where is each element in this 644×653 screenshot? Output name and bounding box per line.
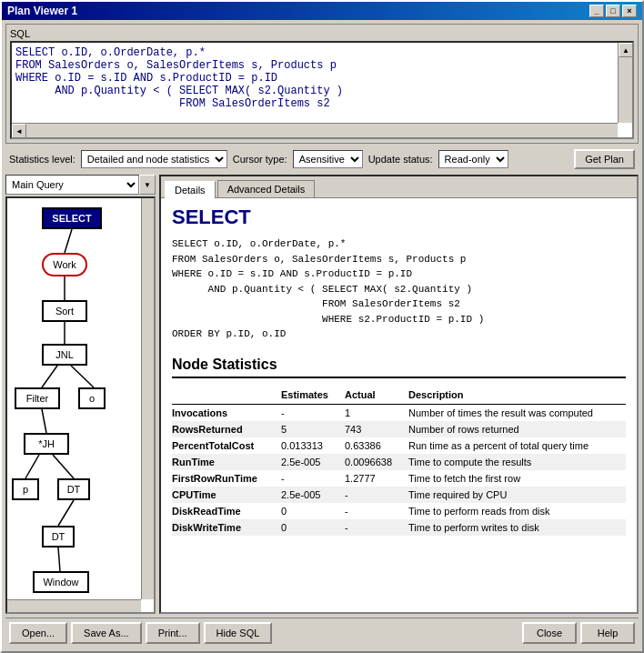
node-jnl[interactable]: JNL (42, 344, 87, 366)
stat-description: Number of times the result was computed (408, 404, 626, 421)
node-filter[interactable]: Filter (15, 387, 60, 409)
table-row: FirstRowRunTime - 1.2777 Time to fetch t… (172, 470, 626, 487)
sql-textarea-wrapper: SELECT o.ID, o.OrderDate, p.* FROM Sales… (10, 41, 634, 139)
sql-scrollbar-horizontal[interactable]: ◄ (12, 123, 618, 137)
tab-advanced-details[interactable]: Advanced Details (217, 180, 316, 197)
query-dropdown-button[interactable]: ▼ (139, 175, 156, 195)
node-dt2[interactable]: DT (42, 526, 75, 548)
node-sort[interactable]: Sort (42, 300, 87, 322)
node-work[interactable]: Work (42, 253, 87, 276)
bottom-right-buttons: Close Help (522, 622, 635, 644)
col-header-description: Description (408, 387, 626, 405)
stat-actual: 1 (345, 404, 408, 421)
save-as-button[interactable]: Save As... (71, 622, 142, 644)
hide-sql-button[interactable]: Hide SQL (204, 622, 273, 644)
stat-actual: 0.63386 (345, 437, 408, 454)
stat-estimates: 2.5e-005 (281, 487, 345, 503)
plan-viewer-window: Plan Viewer 1 _ □ × SQL SELECT o.ID, o.O… (0, 0, 644, 653)
stat-description: Time to perform writes to disk (408, 519, 626, 536)
scroll-up-button[interactable]: ▲ (619, 43, 633, 57)
stat-estimates: 0 (281, 519, 345, 536)
tabs-row: Details Advanced Details (161, 176, 637, 198)
node-select[interactable]: SELECT (42, 207, 102, 229)
col-header-actual: Actual (345, 387, 408, 405)
sql-label: SQL (10, 28, 634, 39)
table-row: CPUTime 2.5e-005 - Time required by CPU (172, 487, 626, 503)
svg-line-5 (42, 409, 46, 433)
table-row: PercentTotalCost 0.013313 0.63386 Run ti… (172, 437, 626, 454)
stat-description: Time to compute the results (408, 454, 626, 470)
maximize-button[interactable]: □ (606, 5, 620, 17)
right-panel: Details Advanced Details SELECT SELECT o… (159, 175, 639, 614)
stat-estimates: 0 (281, 503, 345, 519)
window-body: SQL SELECT o.ID, o.OrderDate, p.* FROM S… (2, 20, 642, 651)
stat-actual: 0.0096638 (345, 454, 408, 470)
sql-section: SQL SELECT o.ID, o.OrderDate, p.* FROM S… (5, 24, 639, 144)
tree-scrollbar-v[interactable] (141, 198, 154, 599)
tab-details[interactable]: Details (165, 181, 216, 198)
tree-scrollbar-h[interactable] (7, 599, 141, 612)
table-row: DiskReadTime 0 - Time to perform reads f… (172, 503, 626, 519)
stat-actual: - (345, 487, 408, 503)
stat-metric: RunTime (172, 454, 281, 470)
detail-sql-text: SELECT o.ID, o.OrderDate, p.* FROM Sales… (172, 236, 626, 342)
query-select-row: Main Query ▼ (5, 175, 156, 195)
close-button[interactable]: × (622, 5, 637, 17)
update-status-label: Update status: (368, 154, 433, 165)
stat-actual: - (345, 519, 408, 536)
svg-line-3 (42, 366, 57, 387)
left-panel: Main Query ▼ (5, 175, 156, 614)
node-dt1[interactable]: DT (57, 478, 90, 500)
stat-metric: CPUTime (172, 487, 281, 503)
stat-estimates: 0.013313 (281, 437, 345, 454)
svg-line-7 (53, 455, 74, 478)
node-stats-title: Node Statistics (172, 357, 626, 378)
cursor-type-label: Cursor type: (233, 154, 287, 165)
print-button[interactable]: Print... (146, 622, 200, 644)
query-selector[interactable]: Main Query (5, 175, 139, 195)
tree-panel: SELECT Work Sort JNL Filter o *JH (5, 196, 156, 614)
col-header-estimates: Estimates (281, 387, 345, 405)
tree-canvas: SELECT Work Sort JNL Filter o *JH (7, 198, 154, 612)
stat-estimates: - (281, 404, 345, 421)
bottom-bar: Open... Save As... Print... Hide SQL Clo… (5, 618, 639, 648)
statistics-level-select[interactable]: Detailed and node statistics (81, 150, 227, 168)
close-dialog-button[interactable]: Close (522, 622, 577, 644)
stat-estimates: 5 (281, 421, 345, 437)
node-o[interactable]: o (78, 387, 106, 409)
cursor-type-select[interactable]: Asensitive (293, 150, 363, 168)
stat-metric: DiskReadTime (172, 503, 281, 519)
stat-estimates: 2.5e-005 (281, 454, 345, 470)
open-button[interactable]: Open... (9, 622, 67, 644)
stat-metric: PercentTotalCost (172, 437, 281, 454)
sql-scrollbar-vertical[interactable]: ▲ (618, 43, 632, 123)
stat-description: Run time as a percent of total query tim… (408, 437, 626, 454)
tab-content-details: SELECT SELECT o.ID, o.OrderDate, p.* FRO… (161, 198, 637, 612)
node-p[interactable]: p (12, 478, 39, 500)
statistics-level-label: Statistics level: (9, 154, 75, 165)
stat-description: Time to perform reads from disk (408, 503, 626, 519)
minimize-button[interactable]: _ (589, 5, 604, 17)
node-window[interactable]: Window (33, 571, 89, 593)
table-row: RunTime 2.5e-005 0.0096638 Time to compu… (172, 454, 626, 470)
table-row: RowsReturned 5 743 Number of rows return… (172, 421, 626, 437)
stat-description: Time to fetch the first row (408, 470, 626, 487)
svg-line-9 (58, 548, 60, 571)
statistics-bar: Statistics level: Detailed and node stat… (5, 147, 639, 171)
stat-actual: 1.2777 (345, 470, 408, 487)
table-row: DiskWriteTime 0 - Time to perform writes… (172, 519, 626, 536)
stat-description: Time required by CPU (408, 487, 626, 503)
stat-metric: FirstRowRunTime (172, 470, 281, 487)
help-button[interactable]: Help (580, 622, 635, 644)
scroll-left-button[interactable]: ◄ (12, 124, 26, 138)
stat-actual: 743 (345, 421, 408, 437)
get-plan-button[interactable]: Get Plan (574, 149, 635, 169)
col-header-metric (172, 387, 281, 405)
node-jh[interactable]: *JH (24, 433, 69, 455)
title-bar: Plan Viewer 1 _ □ × (2, 2, 642, 20)
svg-line-4 (71, 366, 94, 387)
stat-description: Number of rows returned (408, 421, 626, 437)
detail-node-title: SELECT (172, 206, 626, 229)
update-status-select[interactable]: Read-only (438, 150, 508, 168)
stat-metric: DiskWriteTime (172, 519, 281, 536)
